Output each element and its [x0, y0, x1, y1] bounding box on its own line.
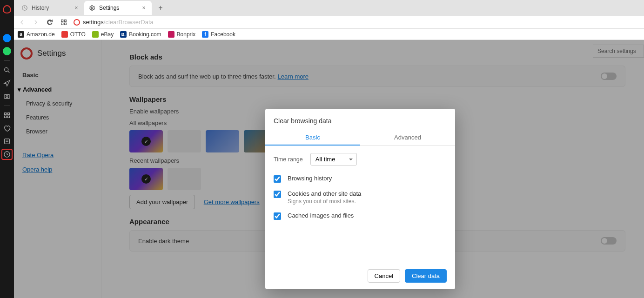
messenger-icon[interactable]: [1, 33, 13, 44]
history-tab-icon: [21, 5, 28, 11]
checkbox-browsing-history[interactable]: Browsing history: [274, 175, 447, 183]
time-range-select[interactable]: All time: [310, 153, 357, 166]
extensions-icon[interactable]: [60, 18, 68, 26]
bookmark-facebook[interactable]: fFacebook: [202, 31, 235, 38]
svg-point-2: [6, 96, 8, 98]
bookmark-ebay[interactable]: eBay: [92, 31, 114, 38]
cancel-button[interactable]: Cancel: [368, 269, 400, 283]
bookmarks-bar: aAmazon.de OTTO eBay B.Booking.com Bonpr…: [14, 29, 644, 40]
tab-strip: History × Settings × +: [14, 0, 644, 16]
rail-divider: [4, 60, 10, 61]
address-bar[interactable]: settings/clearBrowserData: [74, 19, 640, 26]
checkbox-label: Cookies and other site data: [288, 190, 361, 197]
address-bar-row: settings/clearBrowserData: [14, 16, 644, 29]
svg-rect-5: [5, 116, 7, 118]
checkbox-cookies[interactable]: Cookies and other site data Signs you ou…: [274, 190, 447, 205]
checkbox-cache[interactable]: Cached images and files: [274, 212, 447, 220]
url-path: /clearBrowserData: [104, 19, 154, 26]
svg-rect-14: [64, 23, 66, 25]
dialog-body: Time range All time Browsing history Coo…: [265, 146, 455, 232]
tab-label: History: [32, 5, 49, 11]
gear-icon: [89, 5, 95, 11]
dialog-footer: Cancel Clear data: [265, 232, 455, 283]
checkbox-label: Browsing history: [288, 175, 332, 182]
opera-menu-icon[interactable]: [1, 4, 13, 15]
checkbox-sublabel: Signs you out of most sites.: [288, 198, 361, 205]
dialog-title: Clear browsing data: [265, 117, 455, 130]
tab-label: Settings: [99, 5, 119, 11]
checkbox-input[interactable]: [274, 191, 281, 198]
svg-rect-1: [4, 95, 10, 99]
url-base: settings: [83, 19, 104, 26]
svg-rect-4: [7, 113, 9, 115]
svg-point-10: [91, 7, 93, 9]
checkbox-input[interactable]: [274, 212, 281, 220]
reload-button[interactable]: [46, 18, 54, 26]
close-icon[interactable]: ×: [73, 5, 80, 11]
svg-rect-11: [61, 20, 63, 21]
checkbox-label: Cached images and files: [288, 212, 354, 219]
close-icon[interactable]: ×: [141, 5, 147, 11]
dialog-tab-advanced[interactable]: Advanced: [360, 130, 455, 145]
news-icon[interactable]: [1, 136, 13, 147]
rail-divider: [4, 106, 10, 106]
bookmark-bonprix[interactable]: Bonprix: [168, 31, 196, 38]
back-button[interactable]: [18, 18, 26, 26]
left-sidebar: [0, 0, 14, 298]
opera-favicon-icon: [74, 19, 80, 26]
bookmark-otto[interactable]: OTTO: [61, 31, 86, 38]
time-range-row: Time range All time: [274, 153, 447, 166]
history-icon[interactable]: [1, 149, 13, 160]
checkbox-input[interactable]: [274, 175, 281, 183]
svg-rect-12: [64, 20, 66, 21]
dialog-tabs: Basic Advanced: [265, 130, 455, 146]
bookmark-booking[interactable]: B.Booking.com: [120, 31, 161, 38]
svg-rect-13: [61, 23, 63, 25]
heart-icon[interactable]: [1, 123, 13, 134]
time-range-label: Time range: [274, 156, 303, 163]
camera-icon[interactable]: [1, 91, 13, 102]
browser-chrome: History × Settings × + settings/clearBro…: [14, 0, 644, 40]
whatsapp-icon[interactable]: [1, 46, 13, 57]
new-tab-button[interactable]: +: [154, 2, 167, 14]
clear-data-button[interactable]: Clear data: [405, 269, 447, 283]
search-icon[interactable]: [1, 65, 13, 76]
tab-settings[interactable]: Settings ×: [84, 1, 152, 15]
bookmark-amazon[interactable]: aAmazon.de: [18, 31, 55, 38]
clear-browsing-data-dialog: Clear browsing data Basic Advanced Time …: [265, 109, 455, 289]
forward-button[interactable]: [32, 18, 40, 26]
dialog-tab-basic[interactable]: Basic: [265, 130, 360, 146]
svg-rect-3: [5, 113, 7, 115]
speed-dial-icon[interactable]: [1, 110, 13, 121]
svg-point-0: [5, 68, 8, 72]
send-icon[interactable]: [1, 78, 13, 89]
tab-history[interactable]: History ×: [17, 1, 84, 15]
svg-rect-6: [7, 116, 9, 118]
